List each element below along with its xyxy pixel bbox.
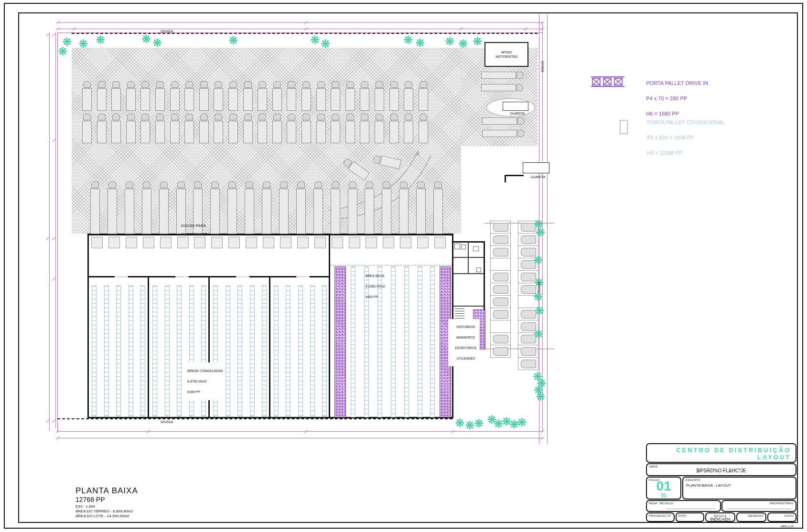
assunto-value: PLANTA BAIXA - LAYOUT — [686, 483, 731, 488]
tree-icon: ❋ — [473, 36, 482, 47]
truck-cab — [400, 181, 408, 188]
truck-icon — [416, 181, 426, 234]
truck-trailer — [155, 88, 165, 111]
pallet-rack-conventional — [351, 266, 355, 417]
pallet-rack-conventional — [430, 266, 435, 417]
truck-trailer — [331, 189, 340, 234]
signature-line — [666, 509, 715, 509]
tree-icon: ❋ — [535, 305, 544, 317]
truck-trailer — [199, 121, 209, 143]
pallet-rack-conventional — [391, 266, 396, 417]
tree-icon: ❋ — [474, 418, 484, 429]
wing-partition — [453, 257, 484, 258]
truck-icon — [111, 81, 121, 111]
truck-icon — [399, 181, 409, 234]
truck-icon — [262, 181, 271, 234]
parking-line — [518, 357, 538, 358]
pallet-rack-conventional — [116, 286, 121, 416]
car-icon — [521, 235, 536, 244]
site-boundary-left — [57, 32, 58, 431]
area-seca-line3: 4400 PP — [366, 295, 378, 298]
truck-cab — [194, 181, 202, 188]
project-title: CENTRO DE DISTRIBUIÇÃO LAYOUT — [676, 447, 791, 461]
truck-icon — [245, 181, 254, 234]
truck-cab — [346, 81, 354, 88]
truck-cab — [361, 81, 368, 88]
congeladas-line1: ÁREAS CONGELADAS — [187, 369, 223, 372]
truck-cab — [273, 81, 281, 88]
truck-cab — [516, 72, 523, 79]
truck-icon — [155, 81, 165, 111]
car-icon — [493, 335, 508, 343]
truck-trailer — [82, 88, 92, 111]
truck-trailer — [360, 121, 369, 143]
truck-icon — [214, 114, 223, 143]
truck-icon — [82, 114, 92, 143]
truck-trailer — [482, 130, 517, 137]
areas-congeladas-label: ÁREAS CONGELADAS A 5750.00m2 6166 PP — [183, 362, 224, 400]
truck-trailer — [97, 88, 107, 111]
parking-line — [490, 258, 510, 258]
car-icon — [493, 347, 508, 356]
truck-cab — [126, 181, 133, 188]
truck-icon — [360, 114, 369, 143]
conventional-rack-symbol — [619, 119, 629, 135]
truck-trailer — [272, 88, 282, 111]
pallet-rack-conventional — [404, 266, 409, 417]
truck-icon — [228, 81, 238, 111]
dock-door — [434, 237, 446, 248]
sheet-area-terreo: ÁREA DO TÉRREO - 6.809,40m2 — [75, 509, 133, 513]
truck-icon — [214, 81, 223, 111]
truck-trailer — [258, 121, 267, 143]
truck-trailer — [125, 189, 134, 234]
truck-trailer — [214, 88, 223, 111]
truck-icon — [481, 72, 523, 79]
pallet-rack-conventional — [286, 286, 291, 416]
truck-trailer — [214, 121, 223, 143]
tree-icon: ❋ — [533, 291, 543, 303]
titleblock-processo-cell: PROCESSO Nº — [646, 512, 675, 522]
parking-line — [518, 270, 538, 271]
parking-line — [490, 320, 510, 320]
fixture — [473, 246, 479, 251]
truck-trailer — [419, 88, 428, 111]
car-icon — [521, 347, 536, 356]
truck-icon — [301, 81, 311, 111]
truck-cab — [366, 181, 373, 188]
truck-icon — [140, 81, 150, 111]
truck-cab — [141, 81, 149, 88]
truck-icon — [365, 181, 374, 234]
dock-door — [400, 237, 411, 248]
parking-line — [490, 233, 510, 234]
truck-icon — [419, 81, 428, 111]
tree-icon: ❋ — [534, 329, 543, 340]
dock-door — [108, 237, 120, 248]
truck-cab — [420, 81, 427, 88]
truck-trailer — [258, 88, 267, 111]
car-icon — [493, 310, 508, 319]
truck-trailer — [262, 189, 271, 234]
truck-trailer — [184, 88, 194, 111]
truck-trailer — [227, 189, 237, 234]
divisa-label-right: DIVISA — [541, 61, 544, 72]
truck-cab — [258, 81, 266, 88]
truck-icon — [108, 181, 117, 234]
truck-trailer — [375, 88, 384, 111]
truck-cab — [317, 114, 325, 120]
truck-trailer — [111, 121, 121, 143]
parking-line — [490, 332, 510, 333]
truck-cab — [361, 114, 368, 120]
truck-cab — [244, 114, 252, 120]
docas-line1: DOCAS PARA — [181, 223, 206, 228]
truck-icon — [331, 81, 340, 111]
building-wall-bottom — [87, 417, 453, 418]
dimension-line — [55, 32, 56, 428]
door-opening — [115, 277, 128, 277]
escala-value: INDICADA — [706, 517, 734, 521]
rooms-line2: BANHEIROS — [456, 336, 474, 339]
area-seca-line1: ÁREA SECA — [366, 274, 385, 277]
truck-icon — [316, 81, 326, 111]
rooms-line4: UTILIDADES — [456, 357, 474, 360]
truck-icon — [90, 181, 100, 234]
truck-icon — [243, 81, 253, 111]
